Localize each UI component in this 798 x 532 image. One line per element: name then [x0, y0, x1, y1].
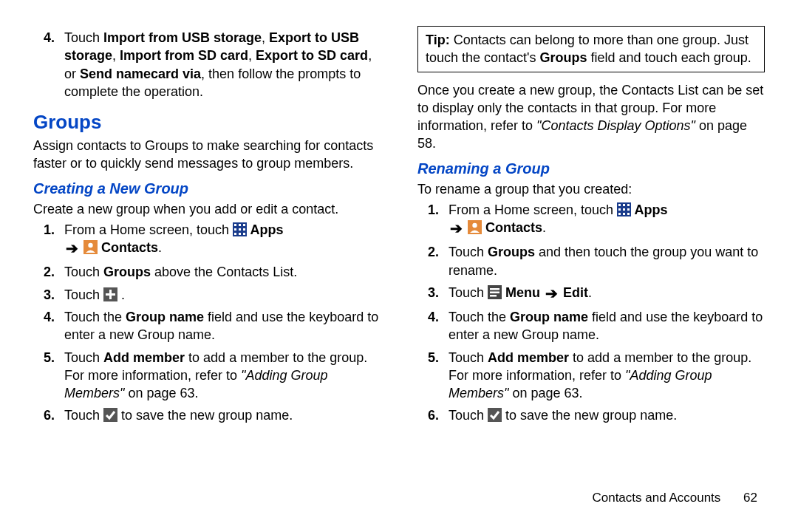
arrow-icon: ➔	[66, 239, 78, 259]
apps-icon	[617, 202, 631, 216]
rename-step-5: 5. Touch Add member to add a member to t…	[449, 349, 765, 403]
plus-icon	[103, 287, 117, 301]
contacts-icon	[468, 220, 482, 234]
rename-step-6: 6. Touch to save the new group name.	[449, 406, 765, 424]
prior-step-list: 4. Touch Import from USB storage, Export…	[33, 29, 381, 100]
left-column: 4. Touch Import from USB storage, Export…	[33, 26, 399, 517]
create-step-5: 5. Touch Add member to add a member to t…	[64, 349, 381, 403]
rename-step-2: 2. Touch Groups and then touch the group…	[449, 243, 765, 279]
heading-creating-group: Creating a New Group	[33, 180, 381, 197]
arrow-icon: ➔	[450, 219, 463, 239]
rename-steps: 1. From a Home screen, touch Apps ➔ Cont…	[417, 201, 765, 425]
create-step-4: 4. Touch the Group name field and use th…	[64, 308, 381, 344]
page-number: 62	[743, 491, 757, 505]
arrow-icon: ➔	[545, 284, 558, 304]
page-footer: Contacts and Accounts 62	[592, 491, 757, 505]
rename-step-3: 3. Touch Menu ➔ Edit.	[449, 284, 765, 304]
check-icon	[488, 408, 502, 422]
apps-icon	[233, 222, 247, 236]
tip-box: Tip: Contacts can belong to more than on…	[417, 26, 765, 72]
contacts-icon	[83, 240, 98, 254]
create-steps: 1. From a Home screen, touch Apps ➔ Cont…	[33, 221, 381, 425]
create-step-3: 3. Touch .	[64, 286, 381, 304]
rename-step-4: 4. Touch the Group name field and use th…	[449, 308, 765, 344]
rename-intro: To rename a group that you created:	[417, 180, 765, 198]
page: 4. Touch Import from USB storage, Export…	[0, 0, 798, 532]
groups-intro: Assign contacts to Groups to make search…	[33, 137, 381, 173]
footer-section: Contacts and Accounts	[592, 491, 720, 505]
prior-step-4: 4. Touch Import from USB storage, Export…	[64, 29, 381, 100]
check-icon	[103, 408, 117, 422]
create-step-6: 6. Touch to save the new group name.	[64, 406, 381, 424]
rename-step-1: 1. From a Home screen, touch Apps ➔ Cont…	[449, 201, 765, 239]
create-intro: Create a new group when you add or edit …	[33, 200, 381, 218]
menu-icon	[488, 285, 502, 299]
create-step-1: 1. From a Home screen, touch Apps ➔ Cont…	[64, 221, 381, 259]
after-tip-paragraph: Once you create a new group, the Contact…	[417, 81, 765, 153]
heading-groups: Groups	[33, 111, 381, 134]
heading-renaming-group: Renaming a Group	[417, 160, 765, 177]
right-column: Tip: Contacts can belong to more than on…	[399, 26, 765, 517]
create-step-2: 2. Touch Groups above the Contacts List.	[64, 263, 381, 281]
